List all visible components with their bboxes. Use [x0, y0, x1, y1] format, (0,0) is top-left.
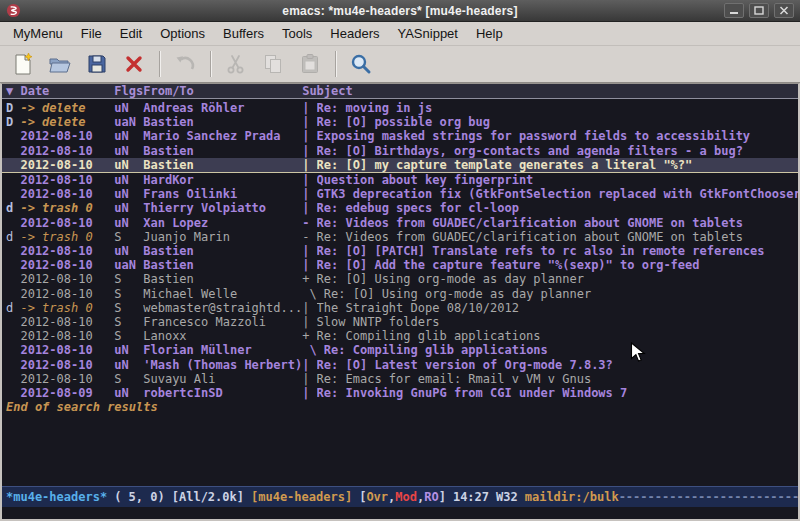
mark-flag [6, 129, 20, 143]
message-row[interactable]: 2012-08-10 uN Bastien | Re: [O] Birthday… [2, 144, 798, 158]
minibuffer[interactable] [2, 507, 798, 519]
status-close-bracket: ] [439, 490, 446, 504]
thread-indicator: | [302, 158, 316, 172]
message-subject: Re: [O] [PATCH] Translate refs to rc als… [317, 244, 798, 258]
close-buffer-button[interactable] [119, 49, 149, 79]
open-folder-button[interactable] [45, 49, 75, 79]
thread-indicator: | [302, 144, 316, 158]
copy-icon [261, 52, 285, 76]
message-from: robertcInSD [143, 386, 302, 400]
thread-indicator: | [302, 115, 316, 129]
status-overwrite: Ovr [366, 490, 388, 504]
menu-item-help[interactable]: Help [467, 23, 512, 44]
menu-item-tools[interactable]: Tools [273, 23, 321, 44]
menu-item-mymenu[interactable]: MyMenu [4, 23, 72, 44]
message-subject: GTK3 deprecation fix (GtkFontSelection r… [317, 187, 798, 201]
message-row[interactable]: 2012-08-10 S Michael Welle \ Re: [O] Usi… [2, 287, 798, 301]
message-row[interactable]: D -> delete uN Andreas Röhler | Re: movi… [2, 101, 798, 115]
message-row[interactable]: d -> trash 0 uN Thierry Volpiatto | Re: … [2, 201, 798, 215]
message-row[interactable]: d -> trash 0 S Juanjo Marin - Re: Videos… [2, 230, 798, 244]
column-header-date[interactable]: Date [20, 84, 114, 98]
message-from: webmaster@straightd... [143, 301, 302, 315]
message-subject: Re: Videos from GUADEC/clarification abo… [317, 230, 798, 244]
search-button[interactable] [346, 49, 376, 79]
message-flags: uN [114, 386, 143, 400]
message-flags: uN [114, 173, 143, 187]
message-date: 2012-08-10 [20, 144, 114, 158]
message-row[interactable]: 2012-08-09 uN robertcInSD | Re: Invoking… [2, 386, 798, 400]
menu-item-file[interactable]: File [72, 23, 111, 44]
message-row[interactable]: 2012-08-10 uaN Bastien | Re: [O] Add the… [2, 258, 798, 272]
message-row[interactable]: 2012-08-10 S Bastien + Re: [O] Using org… [2, 272, 798, 286]
message-row[interactable]: 2012-08-10 uN Bastien | Re: [O] [PATCH] … [2, 244, 798, 258]
mark-flag: d [6, 201, 20, 215]
column-header-subject[interactable]: Subject [302, 84, 798, 98]
menu-bar: MyMenu File Edit Options Buffers Tools H… [0, 22, 800, 46]
menu-item-buffers[interactable]: Buffers [214, 23, 273, 44]
save-button[interactable] [82, 49, 112, 79]
message-flags: S [114, 301, 143, 315]
undo-button [170, 49, 200, 79]
mark-flag [6, 358, 20, 372]
message-subject: Re: Compiling glib applications [324, 343, 798, 357]
message-date: -> trash 0 [20, 201, 114, 215]
message-row[interactable]: 2012-08-10 uN Bastien | Re: [O] my captu… [2, 158, 798, 173]
message-row[interactable]: 2012-08-10 uN Florian Müllner \ Re: Comp… [2, 343, 798, 357]
message-row[interactable]: 2012-08-10 uN HardKor | Question about k… [2, 173, 798, 187]
message-subject: Re: Compiling glib applications [317, 329, 798, 343]
mark-flag [6, 173, 20, 187]
message-row[interactable]: 2012-08-10 S Lanoxx + Re: Compiling glib… [2, 329, 798, 343]
mark-flag [6, 315, 20, 329]
message-from: Michael Welle [143, 287, 302, 301]
save-icon [85, 52, 109, 76]
column-header-flags[interactable]: Flgs [114, 84, 143, 98]
maximize-button[interactable] [749, 3, 769, 18]
message-from: Andreas Röhler [143, 101, 302, 115]
message-row[interactable]: 2012-08-10 uN Mario Sanchez Prada | Expo… [2, 129, 798, 143]
message-flags: S [114, 272, 143, 286]
mark-flag: D [6, 115, 20, 129]
message-from: Juanjo Marin [143, 230, 302, 244]
message-row[interactable]: D -> delete uaN Bastien | Re: [O] possib… [2, 115, 798, 129]
message-date: 2012-08-10 [20, 372, 114, 386]
message-date: -> trash 0 [20, 230, 114, 244]
minimize-button[interactable] [724, 3, 744, 18]
emacs-buffer-area: ▼ Date Flgs From/To Subject D -> delete … [0, 83, 800, 521]
message-subject: Re: moving in js [317, 101, 798, 115]
mark-flag [6, 187, 20, 201]
message-date: 2012-08-10 [20, 287, 114, 301]
thread-indicator: | [302, 244, 316, 258]
message-row[interactable]: 2012-08-10 uN Frans Oilinki | GTK3 depre… [2, 187, 798, 201]
message-row[interactable]: 2012-08-10 uN 'Mash (Thomas Herbert) | R… [2, 358, 798, 372]
message-subject: Re: [O] Birthdays, org-contacts and agen… [317, 144, 798, 158]
thread-indicator: | [302, 358, 316, 372]
thread-indicator: + [302, 272, 316, 286]
cut-icon [224, 52, 248, 76]
message-from: Florian Müllner [143, 343, 302, 357]
menu-item-options[interactable]: Options [151, 23, 214, 44]
new-file-button[interactable] [8, 49, 38, 79]
menu-item-headers[interactable]: Headers [321, 23, 388, 44]
message-row[interactable]: 2012-08-10 S Suvayu Ali | Re: Emacs for … [2, 372, 798, 386]
message-from: Lanoxx [143, 329, 302, 343]
message-row[interactable]: 2012-08-10 S Francesco Mazzoli | Slow NN… [2, 315, 798, 329]
mark-flag [6, 386, 20, 400]
message-date: -> delete [20, 115, 114, 129]
message-flags: uN [114, 216, 143, 230]
end-of-results-text: End of search results [2, 400, 798, 414]
thread-indicator: | [302, 201, 316, 215]
message-date: 2012-08-10 [20, 187, 114, 201]
menu-item-edit[interactable]: Edit [111, 23, 151, 44]
column-header-from[interactable]: From/To [143, 84, 302, 98]
message-subject: Re: Invoking GnuPG from CGI under Window… [317, 386, 798, 400]
message-subject: Re: Emacs for email: Rmail v VM v Gnus [317, 372, 798, 386]
modeline-window-id: W32 [496, 487, 518, 507]
close-button[interactable] [774, 3, 794, 18]
menu-item-yasnippet[interactable]: YASnippet [388, 23, 466, 44]
message-subject: Re: [O] Add the capture feature "%(sexp)… [317, 258, 798, 272]
modeline-position: ( 5, 0) [114, 487, 165, 507]
message-row[interactable]: d -> trash 0 S webmaster@straightd... | … [2, 301, 798, 315]
message-subject: Question about key fingerprint [317, 173, 798, 187]
message-row[interactable]: 2012-08-10 uN Xan Lopez - Re: Videos fro… [2, 216, 798, 230]
maximize-icon [754, 6, 764, 15]
